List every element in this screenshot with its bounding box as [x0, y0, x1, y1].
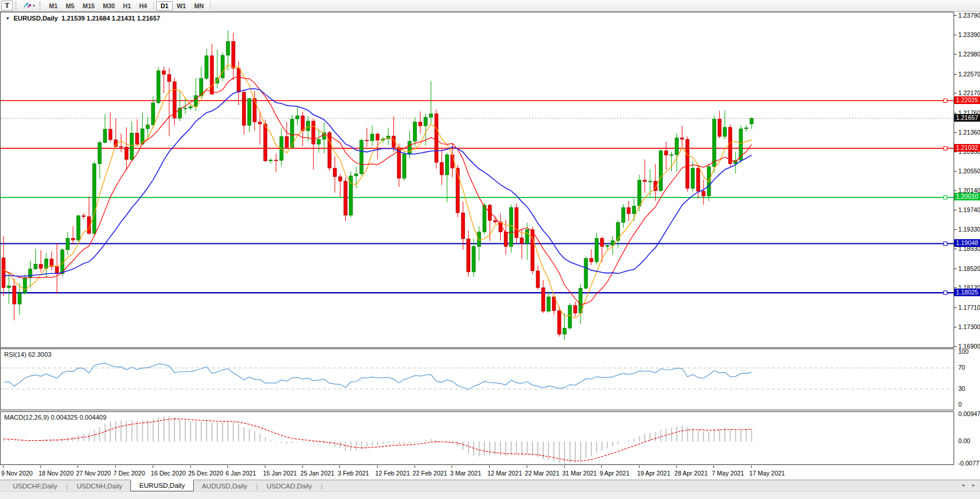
- price-tick: [954, 249, 957, 249]
- date-tick: [564, 465, 565, 468]
- rsi-chart: [1, 349, 954, 410]
- cursor-tool-button[interactable]: ▾: [21, 1, 37, 11]
- date-tick: [41, 465, 41, 468]
- rsi-label: RSI(14) 62.3003: [4, 351, 52, 358]
- date-label: 28 Apr 2021: [675, 470, 708, 477]
- price-tick-label: 1.23790: [958, 12, 980, 19]
- toolbar-separator: [210, 2, 211, 9]
- date-tick: [601, 465, 602, 468]
- date-label: 7 Dec 2020: [113, 470, 145, 477]
- main-chart-panel: ▼ EURUSD,Daily 1.21539 1.21684 1.21431 1…: [0, 12, 954, 348]
- toolbar: T ▾ M1 M5 M15 M30 H1 H4 D1 W1 MN: [0, 0, 980, 12]
- toolbar-grip: [39, 2, 43, 9]
- timeframe-mn[interactable]: MN: [190, 1, 208, 11]
- price-tick-label: 1.19740: [958, 206, 980, 213]
- price-tick: [954, 113, 957, 113]
- chart-collapse-icon[interactable]: ▼: [5, 16, 10, 21]
- date-label: 17 May 2021: [749, 470, 785, 477]
- time-axis: 9 Nov 202018 Nov 202027 Nov 20207 Dec 20…: [0, 465, 980, 480]
- date-label: 6 Jan 2021: [225, 470, 256, 477]
- date-tick: [713, 465, 714, 468]
- timeframe-m1[interactable]: M1: [45, 1, 62, 11]
- level-price-box: 1.21032: [954, 144, 980, 152]
- date-label: 15 Jan 2021: [263, 470, 297, 477]
- date-label: 9 Nov 2020: [1, 470, 33, 477]
- timeframe-h1[interactable]: H1: [119, 1, 135, 11]
- tab-eurusd[interactable]: EURUSD,Daily: [130, 480, 193, 491]
- rsi-axis-label: 0: [958, 401, 962, 408]
- candlestick-chart: [1, 12, 954, 347]
- date-label: 25 Dec 2020: [188, 470, 224, 477]
- price-tick: [954, 346, 957, 347]
- date-label: 18 Nov 2020: [39, 470, 74, 477]
- date-tick: [639, 465, 639, 468]
- text-tool-button[interactable]: T: [1, 1, 13, 11]
- chart-title: ▼ EURUSD,Daily 1.21539 1.21684 1.21431 1…: [5, 15, 160, 22]
- price-tick: [954, 307, 957, 308]
- date-label: 22 Feb 2021: [413, 470, 447, 477]
- timeframe-w1[interactable]: W1: [173, 1, 190, 11]
- macd-panel: MACD(12,26,9) 0.004325 0.004409: [0, 411, 954, 465]
- date-tick: [227, 465, 228, 468]
- date-tick: [527, 465, 527, 468]
- price-tick: [954, 93, 957, 93]
- price-tick-label: 1.22170: [958, 89, 980, 96]
- date-label: 27 Nov 2020: [76, 470, 111, 477]
- date-label: 31 Mar 2021: [563, 470, 597, 477]
- timeframe-m15[interactable]: M15: [79, 1, 99, 11]
- date-label: 9 Apr 2021: [600, 470, 629, 477]
- price-tick-label: 1.21360: [958, 129, 980, 136]
- rsi-axis-label: 70: [958, 364, 965, 371]
- tab-scroll-right-icon[interactable]: ▸: [969, 482, 978, 488]
- timeframe-m5[interactable]: M5: [62, 1, 79, 11]
- date-tick: [78, 465, 78, 468]
- mt4-window: T ▾ M1 M5 M15 M30 H1 H4 D1 W1 MN: [0, 0, 980, 499]
- date-label: 3 Feb 2021: [338, 470, 369, 477]
- date-label: 16 Dec 2020: [151, 470, 186, 477]
- price-tick-label: 1.17710: [958, 304, 980, 311]
- macd-label: MACD(12,26,9) 0.004325 0.004409: [4, 414, 106, 421]
- timeframe-d1[interactable]: D1: [156, 1, 172, 11]
- level-price-box: 1.20010: [954, 193, 980, 200]
- price-tick-label: 1.17300: [958, 323, 980, 330]
- price-tick-label: 1.23390: [958, 31, 980, 38]
- timeframe-m30[interactable]: M30: [99, 1, 119, 11]
- price-tick: [954, 132, 957, 133]
- date-tick: [377, 465, 378, 468]
- price-tick: [954, 152, 957, 152]
- level-price-box: 1.18025: [954, 289, 980, 296]
- price-tick: [954, 210, 957, 210]
- rsi-axis-label: 30: [958, 385, 965, 392]
- date-tick: [751, 465, 752, 468]
- date-tick: [302, 465, 303, 468]
- price-tick-label: 1.19330: [958, 226, 980, 233]
- date-label: 25 Jan 2021: [301, 470, 335, 477]
- toolbar-separator: [153, 2, 154, 9]
- rsi-panel: RSI(14) 62.3003: [0, 349, 954, 410]
- tab-separator: |: [320, 480, 323, 491]
- price-tick: [954, 15, 957, 16]
- rsi-axis-label: 100: [958, 348, 969, 355]
- date-tick: [676, 465, 677, 468]
- price-tick: [954, 54, 957, 55]
- price-tick: [954, 74, 957, 75]
- macd-axis-label: 0.009478: [958, 410, 980, 417]
- price-tick-label: 1.22570: [958, 71, 980, 78]
- current-price-box: 1.21657: [954, 114, 980, 122]
- tab-usdchf[interactable]: USDCHF,Daily: [5, 480, 65, 491]
- timeframe-h4[interactable]: H4: [135, 1, 151, 11]
- date-label: 3 Mar 2021: [450, 470, 481, 477]
- tab-audusd[interactable]: AUDUSD,Daily: [194, 480, 255, 491]
- macd-chart: [1, 412, 954, 464]
- date-tick: [115, 465, 116, 468]
- level-price-box: 1.19048: [954, 239, 980, 247]
- dropdown-caret-icon: ▾: [33, 4, 35, 8]
- price-tick: [954, 190, 957, 191]
- tab-usdcnh[interactable]: USDCNH,Daily: [68, 480, 130, 491]
- date-label: 12 Feb 2021: [375, 470, 410, 477]
- tab-scroll-left-icon[interactable]: ◂: [959, 482, 967, 488]
- price-tick-label: 1.22980: [958, 51, 980, 58]
- price-tick: [954, 229, 957, 230]
- tab-usdcad[interactable]: USDCAD,Daily: [258, 480, 320, 491]
- price-axis: 1.237901.233901.229801.225701.221701.217…: [954, 12, 980, 465]
